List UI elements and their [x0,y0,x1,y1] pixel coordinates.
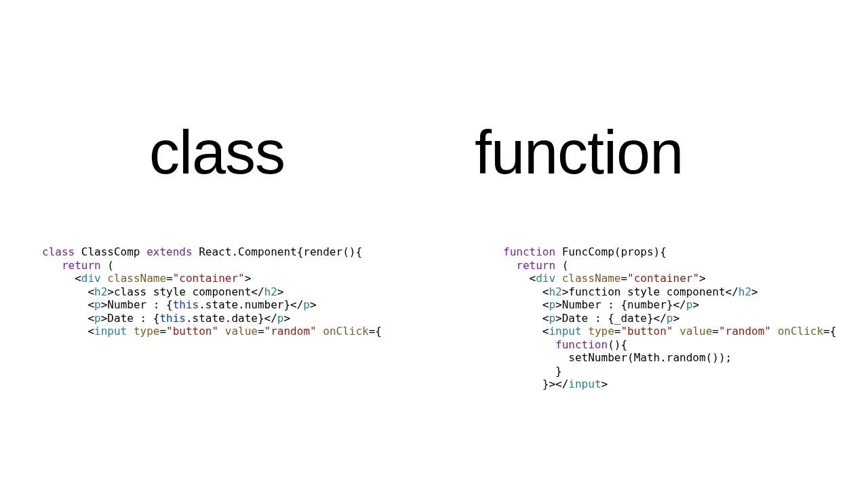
tag-input: input [549,325,581,338]
pun: </ [654,312,667,325]
attr-value: value [225,325,258,338]
sp [582,325,589,338]
pun: = [823,325,830,338]
kw-function: function [503,245,555,258]
pun: > [673,312,679,325]
txt: .state.number} [199,298,290,311]
pun: = [166,272,173,285]
sp [317,325,323,338]
pun: < [542,285,549,298]
sp [218,325,225,338]
pun: </ [726,285,738,298]
sp [555,272,562,285]
txt: Number : {number} [562,298,673,311]
sp [771,325,778,338]
pun: </ [264,312,277,325]
txt: { [830,325,837,338]
tag-div: div [81,272,101,285]
pun: > [277,285,284,298]
pun: > [283,312,290,325]
txt: Number : { [107,298,172,311]
pun: < [542,325,549,338]
pun: > [692,298,699,311]
txt: function style component [568,285,725,298]
pun: < [87,325,94,338]
pun: > [555,298,562,311]
pun: = [258,325,264,338]
kw-return: return [62,259,101,272]
function-code-block: function FuncComp(props){ return ( <div … [503,245,856,391]
pun: = [614,325,621,338]
tag-p-close: p [686,298,693,311]
attr-type: type [134,325,160,338]
pun: > [751,285,758,298]
tag-div: div [536,272,555,285]
pun: = [712,325,719,338]
tag-p-close: p [277,312,284,325]
attr-type: type [588,325,614,338]
pun: < [87,298,94,311]
kw-return: return [516,259,555,272]
pun: < [542,298,549,311]
attr-classname: className [107,272,166,285]
str-container: "container" [627,272,699,285]
tag-p: p [549,312,555,325]
pun: > [101,298,108,311]
txt: FuncComp(props){ [555,245,667,258]
attr-classname: className [562,272,621,285]
kw-this: this [173,298,199,311]
txt: { [375,325,382,338]
sp [673,325,679,338]
str-button: "button" [166,325,218,338]
txt: Date : { [107,312,159,325]
txt: class style component [114,285,251,298]
pun: = [620,272,627,285]
tag-p: p [549,298,555,311]
txt: } [542,378,549,390]
tag-input-close: input [568,378,601,390]
pun: > [107,285,114,298]
txt: (){ [608,338,627,351]
tag-p: p [94,298,101,311]
attr-onclick: onClick [778,325,823,338]
pun: </ [673,298,686,311]
pun: > [310,298,317,311]
pun: > [601,378,608,390]
pun: > [555,312,562,325]
attr-value: value [679,325,712,338]
pun: < [87,312,94,325]
slide: class function class ClassComp extends R… [0,0,868,488]
txt: setNumber(Math.random()); [568,351,732,364]
class-code-block: class ClassComp extends React.Component{… [42,245,442,338]
kw-this: this [159,312,186,325]
tag-h2-close: h2 [738,285,751,298]
heading-class: class [149,122,285,183]
txt: ( [101,259,114,272]
pun: < [75,272,81,285]
pun: < [87,285,94,298]
pun: </ [290,298,303,311]
tag-h2: h2 [549,285,561,298]
str-container: "container" [173,272,245,285]
txt: ( [555,259,568,272]
txt: Date : {_date} [562,312,654,325]
str-button: "button" [620,325,673,338]
sp [127,325,134,338]
txt: } [555,365,562,378]
str-random: "random" [264,325,317,338]
pun: > [562,285,569,298]
tag-h2-close: h2 [264,285,277,298]
kw-extends: extends [146,245,192,258]
sp [101,272,108,285]
txt: ClassComp [75,245,146,258]
str-random: "random" [719,325,771,338]
tag-input: input [94,325,127,338]
pun: > [699,272,706,285]
txt: React.Component{render(){ [193,245,362,258]
heading-function: function [475,122,683,183]
txt: .state.date} [186,312,264,325]
kw-class: class [42,245,75,258]
kw-function: function [555,338,608,351]
pun: = [369,325,376,338]
pun: > [101,312,108,325]
